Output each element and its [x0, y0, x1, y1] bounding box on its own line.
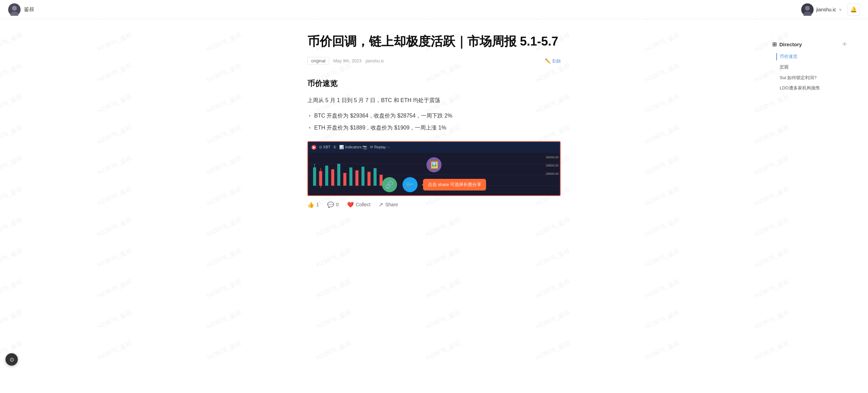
- bullet-item-eth: ETH 开盘价为 $1889，收盘价为 $1909，一周上涨 1%: [307, 123, 561, 133]
- article-title: 币价回调，链上却极度活跃｜市场周报 5.1-5.7: [307, 33, 561, 50]
- chart-symbol: ⊙ XBT: [319, 145, 330, 149]
- header-username: jianshu.ic: [816, 7, 836, 12]
- section-heading-1: 币价速览: [307, 78, 561, 89]
- price-labels: 30000.00 29800.00 29600.00: [546, 156, 559, 175]
- share-icon: ↗: [379, 201, 383, 208]
- link-icon[interactable]: 🔗: [382, 177, 397, 192]
- collect-label: Collect: [356, 202, 371, 207]
- comment-count: 0: [336, 202, 339, 207]
- like-count: 1: [316, 202, 319, 207]
- meta-tag-original[interactable]: original: [307, 57, 329, 65]
- price-label-3: 29600.00: [546, 172, 559, 175]
- edit-button[interactable]: ✏️ Edit: [545, 58, 561, 64]
- edit-icon: ✏️: [545, 58, 551, 64]
- bell-icon: 🔔: [850, 6, 857, 13]
- price-label-1: 30000.00: [546, 156, 559, 159]
- user-menu[interactable]: jianshu.ic ∨: [801, 3, 842, 16]
- article-meta: original May 9th, 2023 jianshu.ic ✏️ Edi…: [307, 57, 561, 65]
- svg-point-1: [12, 6, 17, 11]
- bell-button[interactable]: 🔔: [847, 3, 860, 16]
- header-left: 鉴叔: [8, 3, 34, 16]
- meta-date: May 9th, 2023: [333, 58, 361, 63]
- share-label: Share: [385, 202, 398, 207]
- like-button[interactable]: 👍 1: [307, 201, 319, 208]
- main-container: 币价回调，链上却极度活跃｜市场周报 5.1-5.7 original May 9…: [0, 19, 868, 230]
- comment-icon: 💬: [327, 201, 334, 208]
- chart-toolbar: ▶ ⊙ XBT ① 📊 Indicators 📷 ⟳ Replay ···: [308, 142, 560, 153]
- chart-wrapper: ▶ ⊙ XBT ① 📊 Indicators 📷 ⟳ Replay ···: [307, 141, 561, 196]
- chart-body: 🖼️ 🔗 🐦 点击 share 可选择长图分享 30000.00: [308, 153, 560, 196]
- chart-image-container: ▶ ⊙ XBT ① 📊 Indicators 📷 ⟳ Replay ···: [307, 141, 561, 208]
- like-icon: 👍: [307, 201, 314, 208]
- price-label-2: 29800.00: [546, 164, 559, 167]
- meta-source: jianshu.ic: [366, 58, 384, 63]
- chevron-down-icon: ∨: [839, 7, 842, 12]
- author-avatar[interactable]: [8, 3, 21, 16]
- body-text-1: 上周从 5 月 1 日到 5 月 7 日，BTC 和 ETH 均处于震荡: [307, 96, 561, 106]
- bullet-item-btc: BTC 开盘价为 $29364，收盘价为 $28754，一周下跌 2%: [307, 111, 561, 121]
- twitter-icon[interactable]: 🐦: [403, 177, 418, 192]
- comment-button[interactable]: 💬 0: [327, 201, 339, 208]
- collect-icon: ❤️: [347, 201, 354, 208]
- chart-time: ①: [333, 145, 336, 149]
- svg-point-4: [805, 6, 810, 11]
- chart-dot-red: ▶: [311, 145, 316, 150]
- float-left-button[interactable]: ⊙: [5, 353, 18, 366]
- bullet-list: BTC 开盘价为 $29364，收盘价为 $28754，一周下跌 2% ETH …: [307, 111, 561, 133]
- share-button[interactable]: ↗ Share: [379, 201, 398, 208]
- header-right: jianshu.ic ∨ 🔔: [801, 3, 860, 16]
- author-name: 鉴叔: [24, 6, 34, 13]
- share-tooltip: 点击 share 可选择长图分享: [423, 179, 486, 191]
- chart-replay: ⟳ Replay ···: [370, 145, 390, 149]
- user-avatar: [801, 3, 814, 16]
- header: 鉴叔 jianshu.ic ∨ 🔔: [0, 0, 868, 19]
- upload-icon[interactable]: 🖼️: [426, 157, 442, 172]
- bottom-actions: 👍 1 💬 0 ❤️ Collect ↗ Share: [307, 201, 561, 208]
- chart-indicators: 📊 Indicators 📷: [339, 145, 367, 149]
- collect-button[interactable]: ❤️ Collect: [347, 201, 371, 208]
- float-icon: ⊙: [10, 356, 14, 363]
- article-wrapper: 币价回调，链上却极度活跃｜市场周报 5.1-5.7 original May 9…: [307, 33, 561, 216]
